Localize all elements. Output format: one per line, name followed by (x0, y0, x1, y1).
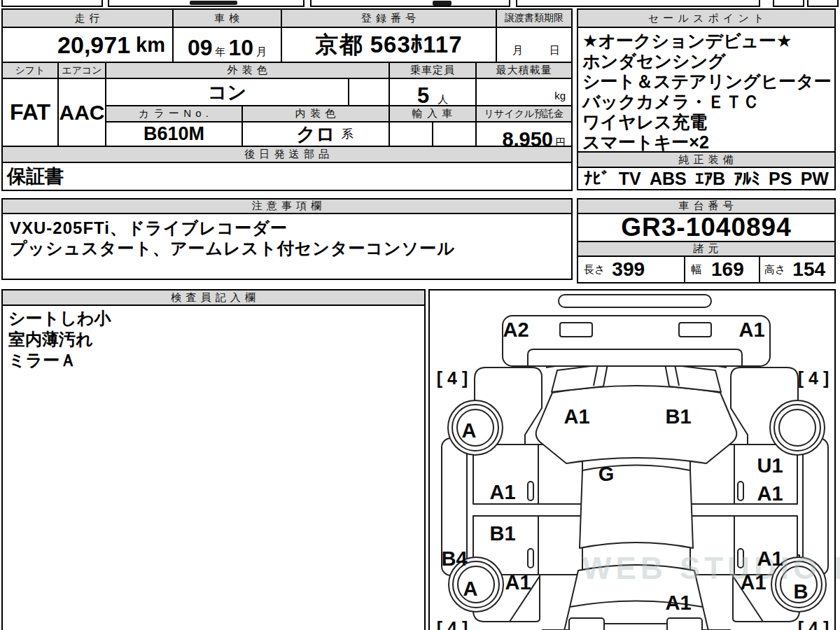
chassis-number-cell: GR3-1040894 (577, 213, 836, 242)
notes-header: 注 意 事 項 欄 (1, 198, 573, 214)
recycle-deposit-header: リサイクル預託金 (475, 105, 573, 122)
interior-color-value: クロ (296, 122, 335, 147)
tread-depth-rear-right: [ 4 ] (798, 620, 829, 630)
damage-code-left-quarter: A1 (505, 573, 531, 593)
equipment-item: PS (769, 169, 792, 189)
transfer-deadline-header: 譲渡書類期限 (496, 8, 573, 28)
damage-code-right-rear-door: A1 (757, 549, 783, 569)
sales-point-line: ワイヤレス充電 (582, 112, 832, 132)
inspection-header: 車 検 (172, 8, 282, 28)
color-no-cell: B610M (105, 121, 243, 147)
damage-code-rear-left-wheel: A (463, 579, 478, 599)
equipment-item: ｱﾙﾐ (734, 169, 760, 189)
auction-sheet: 走 行 車 検 登 録 番 号 譲渡書類期限 20,971 km 09 年 10… (0, 0, 840, 630)
damage-code-right-front-door-upper: U1 (757, 456, 783, 476)
interior-color-suffix: 系 (342, 126, 354, 142)
inspection-year: 09 (188, 35, 213, 61)
spec-length-value: 399 (612, 258, 645, 281)
notes-line: VXU-205FTi、ドライブレコーダー (10, 218, 455, 238)
spec-height-label: 高さ (764, 263, 785, 276)
genuine-equipment-header: 純 正 装 備 (577, 151, 836, 168)
transfer-month-unit: 月 (512, 44, 523, 57)
clipped-cell (773, 0, 804, 7)
clipped-text-fragment (190, 1, 237, 5)
equipment-item: ﾅﾋﾞ (584, 169, 610, 189)
mileage-header: 走 行 (1, 8, 174, 28)
spec-width-value: 169 (711, 258, 744, 281)
interior-color-cell: クロ 系 (241, 121, 390, 147)
damage-code-front-left-wheel: A (462, 421, 477, 441)
equipment-item: ｴｱB (695, 169, 725, 189)
rear-bumper-shape (542, 618, 731, 630)
max-load-unit: kg (554, 90, 566, 102)
damage-code-left-front-door: A1 (489, 482, 515, 503)
inspection-month-unit: 月 (256, 46, 267, 59)
chassis-header: 車 台 番 号 (577, 198, 836, 214)
damage-code-rear-gate: A1 (665, 593, 691, 613)
inspection-month: 10 (229, 35, 254, 61)
damage-code-left-sill: B4 (441, 549, 467, 569)
specs-header: 諸 元 (577, 241, 836, 257)
sales-point-line: スマートキー×2 (582, 132, 832, 153)
damage-code-hood-right: B1 (665, 407, 691, 427)
transfer-day-unit: 日 (550, 44, 560, 57)
inspector-note-line: 室内薄汚れ (8, 329, 111, 350)
sales-point-line: ★オークションデビュー★ (582, 31, 832, 51)
aircon-cell: AAC (57, 78, 106, 147)
sales-point-line: バックカメラ・ＥＴＣ (582, 92, 832, 112)
spec-length-label: 長さ (584, 263, 605, 276)
genuine-equipment-cell: ﾅﾋﾞ TV ABS ｴｱB ｱﾙﾐ PS PW (577, 167, 836, 190)
later-shipping-cell: 保証書 (1, 162, 573, 191)
spec-length-cell: 長さ 399 (577, 255, 685, 284)
exterior-color-header: 外 装 色 (105, 62, 390, 79)
mileage-cell: 20,971 km (1, 27, 174, 63)
shift-header: シフト (1, 62, 59, 79)
damage-code-right-front-door: A1 (757, 484, 783, 504)
damage-code-front-bumper-left: A2 (503, 320, 528, 340)
registration-header: 登 録 番 号 (281, 8, 497, 28)
sales-point-line: ホンダセンシング (582, 51, 832, 71)
inspector-notes-header: 検 査 員 記 入 欄 (1, 289, 426, 306)
inspector-note-line: ミラーＡ (8, 350, 111, 371)
tread-depth-rear-left: [ 4 ] (437, 620, 468, 630)
recycle-deposit-cell: 8,950 円 (475, 121, 573, 147)
import-car-cell-right (432, 121, 477, 147)
tread-depth-front-right: [ 4 ] (798, 370, 829, 387)
sales-points-header: セ ー ル ス ポ イ ン ト (577, 8, 836, 28)
inspection-year-unit: 年 (216, 46, 226, 59)
capacity-cell: 5 人 (388, 78, 477, 106)
registration-cell: 京都 563ﾎ117 (281, 27, 497, 63)
front-bumper-shape (503, 295, 770, 366)
damage-code-front-bumper-right: A1 (738, 320, 764, 340)
exterior-color-sub-cell (348, 78, 390, 106)
notes-line: プッシュスタート、アームレスト付センターコンソール (10, 238, 455, 258)
mileage-value: 20,971 (57, 31, 130, 59)
aircon-header: エアコン (57, 62, 106, 79)
shift-cell: FAT (1, 78, 59, 147)
roof-shape (580, 465, 693, 549)
sales-points-box: ★オークションデビュー★ ホンダセンシング シート＆ステアリングヒーター バック… (577, 27, 836, 153)
notes-box: VXU-205FTi、ドライブレコーダー プッシュスタート、アームレスト付センタ… (1, 213, 573, 280)
spec-height-value: 154 (792, 258, 825, 281)
color-no-header: カ ラ ー N o . (105, 105, 243, 122)
clipped-cell (1, 0, 103, 7)
exterior-color-cell: コン (105, 78, 349, 106)
capacity-header: 乗車定員 (388, 62, 477, 79)
spec-height-cell: 高さ 154 (759, 255, 836, 284)
max-load-header: 最大積載量 (475, 62, 573, 79)
interior-color-header: 内 装 色 (241, 105, 390, 122)
spec-width-cell: 幅 169 (684, 255, 760, 284)
inspector-notes-box: シートしわ小 室内薄汚れ ミラーＡ (1, 304, 426, 630)
inspection-cell: 09 年 10 月 (172, 27, 282, 63)
clipped-cell (516, 0, 760, 7)
damage-code-hood-left: A1 (564, 407, 589, 427)
mileage-unit: km (136, 34, 165, 57)
import-car-header: 輸 入 車 (388, 105, 477, 122)
max-load-cell: kg (475, 78, 573, 106)
later-shipping-header: 後 日 発 送 部 品 (1, 146, 573, 163)
clipped-cell (807, 0, 839, 7)
damage-code-left-rear-door: B1 (489, 524, 515, 544)
clipped-cell (310, 0, 510, 7)
damage-diagram-box: WEB STUDIO R A2 A1 [ 4 ] [ 4 ] A A1 B1 G… (428, 289, 836, 630)
spec-width-label: 幅 (691, 263, 701, 276)
